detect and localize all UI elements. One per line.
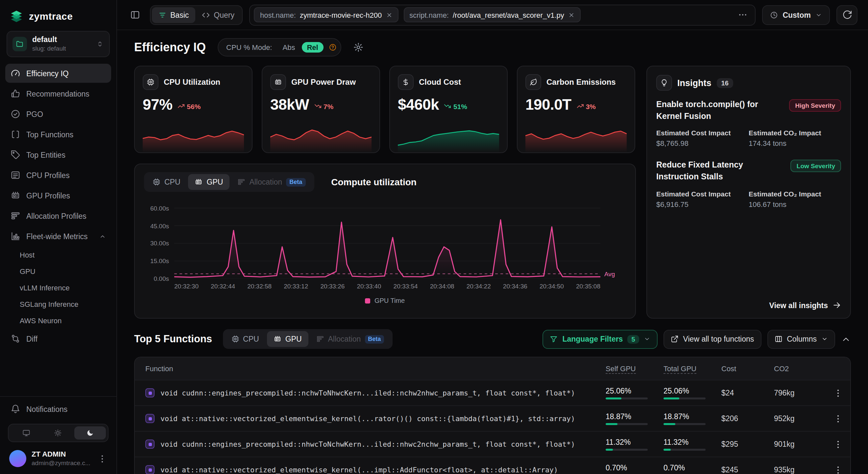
sidebar-item-label: CPU Profiles	[26, 171, 70, 179]
filter-chip-host-name[interactable]: host.name:zymtrace-movie-rec-h200	[254, 7, 398, 22]
sidebar-item-top-functions[interactable]: Top Functions	[5, 125, 111, 144]
top-functions-table: FunctionSelf GPUTotal GPUCostCO2 void cu…	[134, 357, 851, 474]
gpu-time-chart: 60.00s45.00s30.00s15.00s0.00s Avg 20:32:…	[144, 201, 626, 306]
row-menu-button[interactable]	[833, 439, 843, 449]
refresh-icon	[842, 10, 852, 20]
insights-title: Insights	[677, 78, 712, 88]
insight-title: Enable torch.compile() for Kernel Fusion	[656, 99, 784, 123]
compute-tab-allocation: AllocationBeta	[231, 174, 312, 190]
sidebar-item-label: Efficiency IQ	[26, 69, 69, 77]
functions-tab-cpu[interactable]: CPU	[224, 331, 266, 347]
refresh-button[interactable]	[836, 5, 858, 25]
sidebar-subitem-host[interactable]: Host	[5, 247, 111, 263]
language-filters-button[interactable]: Language Filters 5	[542, 330, 657, 348]
collapse-section-button[interactable]	[841, 334, 851, 344]
compute-tab-cpu[interactable]: CPU	[146, 174, 187, 190]
column-header-self-gpu[interactable]: Self GPU	[606, 365, 663, 372]
sidebar-item-notifications[interactable]: Notifications	[5, 400, 111, 419]
theme-system-button[interactable]	[10, 427, 42, 440]
row-menu-button[interactable]	[833, 465, 843, 474]
sidebar-subitem-gpu[interactable]: GPU	[5, 264, 111, 279]
function-name: void at::native::vectorized_elementwise_…	[160, 466, 558, 474]
filter-chip-script-name[interactable]: script.name:/root/ava_resnet/ava_scorer_…	[403, 7, 581, 22]
insight-item[interactable]: Enable torch.compile() for Kernel Fusion…	[656, 99, 841, 147]
trend-down-icon	[314, 102, 321, 110]
page-content: Efficiency IQ CPU % Mode: AbsRel CPU Uti…	[117, 30, 868, 474]
table-row[interactable]: void cudnn::engines_precompiled::nhwcToN…	[135, 431, 850, 456]
functions-tab-gpu[interactable]: GPU	[267, 331, 308, 347]
columns-icon	[774, 335, 782, 343]
sidebar-item-fleet-wide-metrics[interactable]: Fleet-wide Metrics	[5, 227, 111, 246]
sidebar-item-gpu-profiles[interactable]: GPU Profiles	[5, 186, 111, 205]
cpu-mode-option-abs[interactable]: Abs	[278, 42, 301, 53]
filter-bar[interactable]: host.name:zymtrace-movie-rec-h200script.…	[250, 4, 755, 25]
chevron-down-icon	[821, 336, 828, 342]
table-row[interactable]: void at::native::vectorized_elementwise_…	[135, 456, 850, 474]
query-mode-basic[interactable]: Basic	[152, 7, 195, 23]
metric-title: Carbon Emissions	[547, 77, 616, 87]
sidebar-item-efficiency-iq[interactable]: Efficiency IQ	[5, 64, 111, 83]
sidebar-subitem-vllm-inference[interactable]: vLLM Inference	[5, 280, 111, 296]
more-filters-button[interactable]	[734, 6, 751, 23]
user-email: admin@zymtrace.c...	[32, 459, 92, 467]
function-icon	[145, 414, 155, 423]
cost-impact-value: $8,765.98	[656, 140, 749, 147]
time-range-button[interactable]: Custom	[762, 5, 830, 25]
functions-tab-allocation: AllocationBeta	[310, 331, 391, 347]
x-tick-label: 20:34:50	[539, 282, 564, 290]
close-icon[interactable]	[568, 11, 575, 18]
metric-title: CPU Utilization	[164, 77, 220, 87]
theme-toggle[interactable]	[8, 424, 108, 442]
metric-title: Cloud Cost	[419, 77, 461, 87]
row-menu-button[interactable]	[833, 388, 843, 398]
main-area: BasicQuery host.name:zymtrace-movie-rec-…	[117, 0, 868, 474]
query-mode-query[interactable]: Query	[195, 7, 241, 23]
sidebar-toggle-button[interactable]	[126, 6, 143, 23]
table-row[interactable]: void cudnn::engines_precompiled::nchwToN…	[135, 380, 850, 405]
top-functions-title: Top 5 Functions	[134, 333, 212, 345]
column-header-function: Function	[135, 365, 606, 372]
insight-title: Reduce Fixed Latency Instruction Stalls	[656, 159, 785, 183]
sidebar-item-top-entities[interactable]: Top Entities	[5, 145, 111, 164]
sidebar-item-pgo[interactable]: PGO	[5, 104, 111, 124]
metric-trend: 56%	[178, 102, 200, 110]
table-header-row: FunctionSelf GPUTotal GPUCostCO2	[135, 358, 850, 380]
metric-trend: 3%	[577, 102, 596, 110]
filter-icon	[550, 335, 558, 343]
co2-value: 901kg	[774, 440, 825, 448]
filter-lines-icon	[158, 11, 166, 19]
columns-button[interactable]: Columns	[767, 330, 835, 348]
function-icon	[145, 465, 155, 474]
function-name: void cudnn::engines_precompiled::nchwToN…	[160, 388, 575, 397]
column-header-total-gpu[interactable]: Total GPU	[663, 365, 721, 372]
sidebar-item-allocation-profiles[interactable]: Allocation Profiles	[5, 206, 111, 225]
sidebar-subitem-aws-neuron[interactable]: AWS Neuron	[5, 313, 111, 329]
trend-up-icon	[178, 102, 185, 110]
co2-value: 952kg	[774, 414, 825, 422]
severity-badge: Low Severity	[791, 160, 841, 172]
workspace-name: default	[32, 35, 91, 45]
theme-light-button[interactable]	[42, 427, 74, 440]
row-menu-button[interactable]	[833, 413, 843, 424]
gear-icon[interactable]	[353, 42, 364, 53]
cpu-icon	[153, 178, 160, 186]
panel-icon	[130, 10, 140, 20]
sidebar-item-recommendations[interactable]: Recommendations	[5, 84, 111, 103]
view-all-top-functions-button[interactable]: View all top functions	[663, 330, 762, 348]
table-row[interactable]: void at::native::vectorized_elementwise_…	[135, 405, 850, 431]
trend-down-icon	[444, 102, 452, 110]
insight-item[interactable]: Reduce Fixed Latency Instruction StallsL…	[656, 159, 841, 208]
theme-dark-button[interactable]	[74, 427, 106, 440]
user-menu-button[interactable]	[97, 454, 107, 464]
cpu-mode-option-rel[interactable]: Rel	[302, 42, 323, 53]
compute-tab-gpu[interactable]: GPU	[188, 174, 230, 190]
cpu-icon	[147, 78, 155, 86]
workspace-selector[interactable]: default slug: default	[7, 31, 110, 57]
beta-badge: Beta	[365, 335, 384, 343]
sidebar-item-cpu-profiles[interactable]: CPU Profiles	[5, 166, 111, 184]
help-icon[interactable]	[329, 43, 337, 51]
sidebar-item-diff[interactable]: Diff	[5, 329, 111, 348]
close-icon[interactable]	[386, 11, 392, 18]
sidebar-subitem-sglang-inference[interactable]: SGLang Inference	[5, 296, 111, 312]
view-all-insights-link[interactable]: View all insights	[656, 301, 841, 309]
